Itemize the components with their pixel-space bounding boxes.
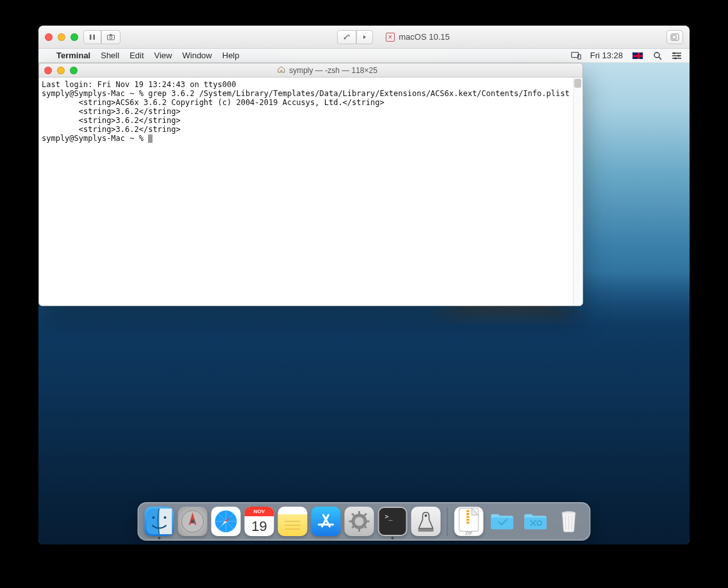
terminal-scrollbar[interactable]: [573, 78, 583, 306]
vm-os-icon: ✕: [386, 33, 395, 42]
dock-safari[interactable]: [211, 507, 241, 536]
dock-running-indicator: [158, 537, 161, 539]
dock-calendar[interactable]: NOV 19: [245, 507, 274, 536]
dock-notes[interactable]: [278, 507, 308, 536]
terminal-cursor: [148, 135, 153, 143]
dock-instruments[interactable]: [411, 507, 441, 536]
svg-rect-39: [358, 528, 360, 532]
menubar-item-help[interactable]: Help: [222, 51, 240, 60]
menubar-item-window[interactable]: Window: [183, 51, 212, 60]
terminal-line: <string>3.6.2</string>: [42, 125, 181, 134]
svg-point-3: [110, 36, 112, 38]
spotlight-icon[interactable]: [652, 51, 663, 60]
svg-rect-41: [366, 521, 370, 523]
dock-finder[interactable]: [145, 507, 174, 536]
control-center-icon[interactable]: [672, 51, 682, 60]
svg-rect-0: [90, 35, 92, 40]
terminal-minimize-button[interactable]: [57, 67, 65, 74]
svg-point-15: [673, 52, 675, 54]
input-source-icon[interactable]: [632, 52, 643, 60]
terminal-scrollbar-thumb[interactable]: [574, 79, 581, 88]
dock: NOV 19: [138, 502, 591, 541]
vm-titlebar: ✕ macOS 10.15: [38, 26, 690, 49]
terminal-close-button[interactable]: [44, 67, 52, 74]
vm-minimize-button[interactable]: [58, 33, 65, 41]
macos-menubar: Terminal Shell Edit View Window Help Fri…: [38, 49, 690, 63]
terminal-window[interactable]: symply — -zsh — 118×25 Last login: Fri N…: [38, 63, 583, 306]
svg-text:>_: >_: [385, 513, 393, 521]
svg-point-10: [654, 53, 659, 58]
dock-zip-label: ZIP: [465, 531, 472, 535]
vm-snapshot-button[interactable]: [101, 30, 120, 44]
terminal-titlebar[interactable]: symply — -zsh — 118×25: [39, 63, 583, 78]
vm-toolbar-group-pause: [83, 30, 120, 44]
dock-trash[interactable]: [554, 507, 584, 536]
vm-layout-button[interactable]: [666, 30, 683, 44]
menubar-item-view[interactable]: View: [154, 51, 172, 60]
dock-running-indicator: [392, 537, 394, 539]
home-icon: [277, 66, 285, 75]
vm-zoom-button[interactable]: [70, 33, 78, 41]
menubar-item-edit[interactable]: Edit: [129, 51, 144, 60]
terminal-title: symply — -zsh — 118×25: [289, 66, 377, 75]
dock-folder-1[interactable]: [488, 507, 517, 536]
terminal-line: symply@Symplys-Mac ~ % grep 3.6.2 /Syste…: [42, 89, 570, 98]
terminal-line: <string>3.6.2</string>: [42, 107, 181, 116]
terminal-line: <string>ACS6x 3.6.2 Copyright (c) 2004-2…: [42, 98, 385, 107]
menubar-app-name[interactable]: Terminal: [56, 51, 90, 60]
dock-folder-2[interactable]: [521, 507, 550, 536]
svg-rect-7: [672, 35, 676, 39]
vm-window: ✕ macOS 10.15 Terminal Shell Edit View W…: [38, 26, 690, 544]
dock-system-preferences[interactable]: [345, 507, 374, 536]
dock-launchpad[interactable]: [178, 507, 208, 536]
vm-traffic-lights: [45, 33, 78, 41]
dock-zip[interactable]: ZIP: [454, 507, 484, 536]
svg-rect-1: [94, 35, 95, 40]
svg-point-19: [153, 516, 155, 519]
terminal-line: Last login: Fri Nov 19 13:24:43 on ttys0…: [42, 80, 236, 89]
svg-point-23: [191, 519, 195, 523]
menubar-clock[interactable]: Fri 13:28: [590, 51, 623, 60]
svg-point-47: [425, 514, 427, 517]
terminal-line: <string>3.6.2</string>: [42, 116, 181, 125]
dock-terminal[interactable]: >_: [378, 507, 408, 536]
macos-desktop: Terminal Shell Edit View Window Help Fri…: [38, 49, 690, 544]
terminal-zoom-button[interactable]: [70, 67, 78, 74]
dock-separator: [447, 508, 448, 536]
svg-point-16: [677, 54, 679, 56]
screen-mirroring-icon[interactable]: [571, 51, 581, 60]
calendar-month: NOV: [245, 507, 274, 516]
svg-rect-38: [358, 511, 360, 515]
svg-rect-48: [418, 529, 434, 532]
svg-point-20: [164, 516, 167, 519]
svg-rect-40: [349, 521, 353, 523]
svg-rect-8: [572, 52, 579, 57]
svg-point-37: [355, 517, 364, 526]
svg-line-11: [659, 57, 661, 60]
svg-rect-4: [110, 34, 112, 35]
terminal-body[interactable]: Last login: Fri Nov 19 13:24:43 on ttys0…: [39, 78, 583, 306]
vm-settings-button[interactable]: [337, 30, 356, 44]
vm-settings-menu-button[interactable]: [356, 30, 373, 44]
vm-title: ✕ macOS 10.15: [126, 30, 661, 44]
vm-pause-button[interactable]: [83, 30, 101, 44]
svg-point-17: [674, 57, 676, 59]
vm-os-label: macOS 10.15: [399, 32, 450, 42]
vm-close-button[interactable]: [45, 33, 53, 41]
terminal-prompt: symply@Symplys-Mac ~ %: [42, 134, 148, 143]
menubar-item-shell[interactable]: Shell: [101, 51, 119, 60]
dock-appstore[interactable]: [311, 507, 341, 536]
calendar-day: 19: [251, 516, 267, 536]
